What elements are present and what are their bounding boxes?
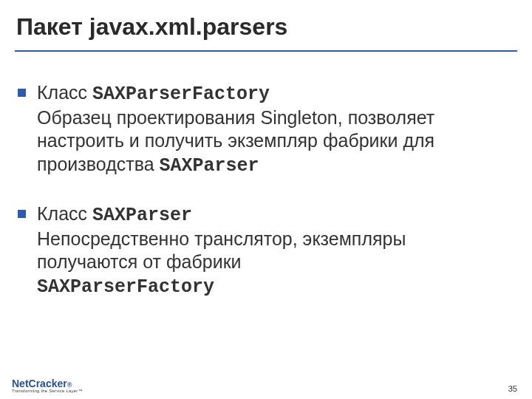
item-prefix: Класс xyxy=(37,82,92,103)
footer: NetCracker® Transforming the Service Lay… xyxy=(0,377,532,399)
logo-tagline: Transforming the Service Layer™ xyxy=(12,389,83,393)
logo: NetCracker® Transforming the Service Lay… xyxy=(12,378,83,393)
page-number: 35 xyxy=(508,384,517,393)
bullet-icon xyxy=(18,89,26,97)
item-prefix: Класс xyxy=(37,203,92,224)
item-desc: Непосредственно транслятор, экземпляры п… xyxy=(37,228,406,273)
list-item: Класс SAXParserFactory Образец проектиро… xyxy=(16,81,504,177)
inline-code: SAXParser xyxy=(160,155,259,177)
logo-name: NetCracker xyxy=(12,378,67,389)
class-name: SAXParserFactory xyxy=(92,83,270,105)
class-name: SAXParser xyxy=(92,205,192,226)
inline-code: SAXParserFactory xyxy=(37,276,214,298)
slide-title: Пакет javax.xml.parsers xyxy=(16,13,287,41)
list-item: Класс SAXParser Непосредственно транслят… xyxy=(16,202,504,299)
content-area: Класс SAXParserFactory Образец проектиро… xyxy=(16,81,504,324)
bullet-icon xyxy=(18,210,26,218)
title-divider xyxy=(15,50,517,52)
